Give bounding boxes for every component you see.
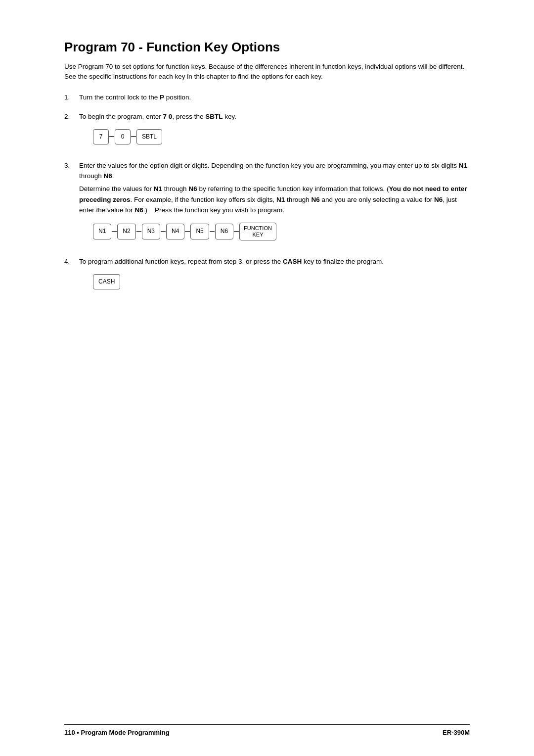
step-3-n6e: N6: [135, 206, 143, 214]
step-3-n1c: N1: [276, 196, 285, 203]
step-3-para1: Enter the values for the option digit or…: [79, 160, 470, 182]
step-3-n6d: N6: [434, 196, 443, 203]
key-diagram-3: CASH: [93, 274, 470, 289]
page: Program 70 - Function Key Options Use Pr…: [0, 0, 534, 756]
key-n2: N2: [117, 224, 135, 239]
key-sbtl: SBTL: [136, 129, 162, 144]
step-2-bold1: 7 0: [163, 113, 173, 120]
step-1-body: Turn the control lock to the P position.: [79, 92, 470, 103]
step-3-number: 3.: [64, 160, 79, 171]
footer-left: 110 • Program Mode Programming: [64, 729, 170, 736]
step-3-n6c: N6: [311, 196, 319, 203]
footer: 110 • Program Mode Programming ER-390M: [64, 724, 470, 736]
intro-paragraph: Use Program 70 to set options for functi…: [64, 62, 470, 82]
key-n1: N1: [93, 224, 111, 239]
key-0: 0: [115, 129, 131, 144]
step-3-body: Enter the values for the option digit or…: [79, 160, 470, 247]
key-function-line2: KEY: [252, 232, 263, 238]
page-title: Program 70 - Function Key Options: [64, 40, 470, 55]
key-n4: N4: [166, 224, 184, 239]
key-function-line1: FUNCTION: [244, 225, 272, 232]
key-n6: N6: [215, 224, 233, 239]
connector-2: [131, 136, 136, 137]
key-diagram-1: 7 0 SBTL: [93, 129, 470, 144]
step-4-number: 4.: [64, 256, 79, 267]
key-function: FUNCTION KEY: [239, 223, 276, 240]
connector-n6: [234, 231, 239, 232]
key-7: 7: [93, 129, 109, 144]
step-2-bold2: SBTL: [205, 113, 222, 120]
step-4-body: To program additional function keys, rep…: [79, 256, 470, 296]
step-3: 3. Enter the values for the option digit…: [64, 160, 470, 247]
step-2-body: To begin the program, enter 7 0, press t…: [79, 111, 470, 151]
footer-right: ER-390M: [443, 729, 470, 736]
step-4: 4. To program additional function keys, …: [64, 256, 470, 296]
step-1-number: 1.: [64, 92, 79, 103]
key-n5: N5: [190, 224, 209, 239]
connector-n3: [161, 231, 166, 232]
step-3-n6-a: N6: [104, 172, 112, 180]
connector-n4: [185, 231, 190, 232]
key-n3: N3: [142, 224, 160, 239]
step-3-n1b: N1: [154, 185, 162, 192]
step-2-number: 2.: [64, 111, 79, 122]
connector-n1: [112, 231, 117, 232]
key-cash: CASH: [93, 274, 120, 289]
connector-n5: [210, 231, 215, 232]
key-diagram-2: N1 N2 N3 N4 N5 N6 FUNCTION KEY: [93, 223, 470, 240]
step-3-n6b: N6: [188, 185, 197, 192]
connector-1: [109, 136, 114, 137]
step-1: 1. Turn the control lock to the P positi…: [64, 92, 470, 103]
step-3-para2: Determine the values for N1 through N6 b…: [79, 184, 470, 216]
step-3-bold-note: You do not need to enter preceding zeros: [79, 185, 467, 203]
step-3-n1: N1: [459, 162, 467, 169]
step-4-bold: CASH: [283, 258, 302, 265]
step-2: 2. To begin the program, enter 7 0, pres…: [64, 111, 470, 151]
connector-n2: [136, 231, 141, 232]
step-1-bold: P: [160, 94, 164, 101]
